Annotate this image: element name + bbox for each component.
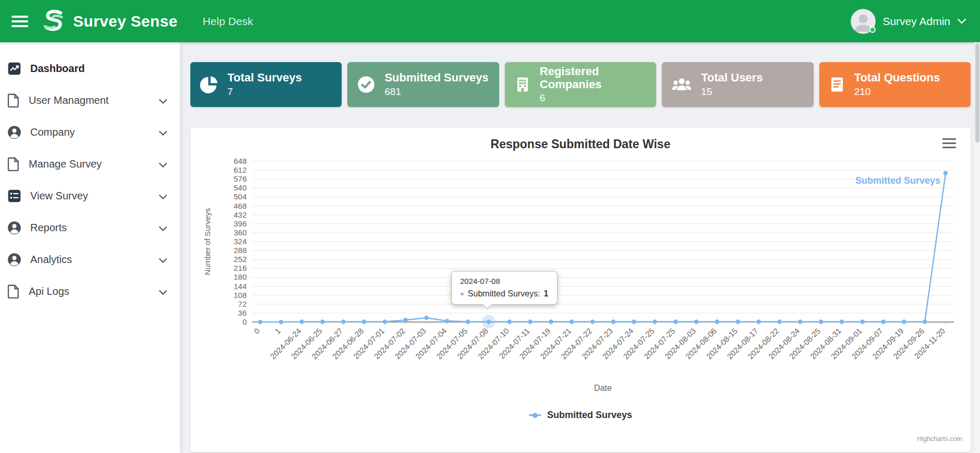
y-tick-label: 0 [243,317,247,326]
chart-context-menu-button[interactable] [940,136,958,150]
chevron-down-icon [159,290,167,295]
sidebar-item-user-managment[interactable]: User Managment [0,85,180,116]
y-tick-label: 288 [234,246,247,255]
data-point[interactable] [902,319,906,324]
data-point[interactable] [362,319,366,324]
data-point[interactable] [424,316,428,320]
vertical-scrollbar [974,42,980,453]
y-tick-label: 360 [234,228,247,237]
sidebar-item-dashboard[interactable]: Dashboard [0,53,180,85]
topbar: Survey Sense Help Desk Survey Admin [0,0,980,42]
survey-icon [7,189,21,203]
y-tick-label: 180 [234,272,247,281]
data-point[interactable] [404,318,408,322]
stat-card-total-surveys[interactable]: Total Surveys7 [190,62,342,107]
chevron-down-icon [159,194,167,200]
data-point[interactable] [528,319,532,324]
stat-card-title: Total Questions [854,71,940,85]
data-point[interactable] [487,319,491,324]
nav-help-desk[interactable]: Help Desk [202,15,253,28]
data-point[interactable] [798,319,802,324]
list-icon [829,75,845,94]
data-point[interactable] [840,319,844,324]
sidebar-item-label: User Managment [29,94,150,106]
data-point[interactable] [383,319,387,324]
data-point[interactable] [445,319,449,323]
chart-title: Response Submitted Date Wise [491,137,671,151]
stat-card-value: 6 [540,92,647,104]
y-tick-label: 504 [234,192,247,201]
y-tick-label: 36 [238,308,247,317]
sidebar-item-analytics[interactable]: Analytics [0,244,180,276]
file-icon [7,284,20,299]
highcharts-credit[interactable]: Highcharts.com [917,435,962,443]
file-icon [7,157,20,171]
main-content: Total Surveys7Submitted Surveys681Regist… [180,42,980,453]
data-point[interactable] [590,319,595,324]
data-point[interactable] [299,319,304,324]
dashboard-icon [7,62,21,76]
users-icon [671,76,692,93]
data-point[interactable] [632,319,636,324]
stat-card-total-users[interactable]: Total Users15 [662,62,813,107]
data-point[interactable] [777,319,781,324]
series-label: Submitted Surveys [855,175,940,186]
data-point[interactable] [736,319,740,324]
data-point[interactable] [943,171,948,175]
sidebar-item-label: View Survey [30,190,150,202]
sidebar-item-api-logs[interactable]: Api Logs [0,276,180,307]
data-point[interactable] [279,320,283,324]
sidebar-item-label: Reports [30,222,150,234]
stat-card-title: Submitted Surveys [384,71,488,85]
data-point[interactable] [715,319,719,324]
y-tick-label: 72 [238,300,247,308]
chart-area: 0367210814418021625228832436039643246850… [197,153,964,402]
data-point[interactable] [881,319,885,324]
check-circle-icon [357,75,376,94]
stat-card-value: 15 [701,86,763,98]
stat-card-value: 210 [854,86,940,98]
data-point[interactable] [341,319,345,324]
stat-card-submitted-surveys[interactable]: Submitted Surveys681 [347,62,499,107]
data-point[interactable] [258,320,262,324]
data-point[interactable] [611,319,615,324]
file-icon [7,93,20,108]
hamburger-menu-button[interactable] [11,16,28,27]
pie-chart-icon [200,75,219,94]
data-point[interactable] [819,319,823,324]
data-point[interactable] [756,319,760,324]
stat-card-registered-companies[interactable]: Registered Companies6 [505,62,656,107]
line-chart: 0367210814418021625228832436039643246850… [197,153,961,402]
tooltip-series-bullet: ● [460,290,464,297]
sidebar-item-manage-survey[interactable]: Manage Survey [0,148,180,180]
stat-cards-row: Total Surveys7Submitted Surveys681Regist… [190,62,971,107]
series-line [260,173,946,322]
data-point[interactable] [694,319,698,324]
y-tick-label: 432 [234,210,247,219]
data-point[interactable] [320,319,324,324]
sidebar: DashboardUser ManagmentCompanyManage Sur… [0,42,180,453]
data-point[interactable] [466,319,470,324]
data-point[interactable] [507,319,512,324]
data-point[interactable] [570,319,574,324]
data-point[interactable] [923,319,927,324]
data-point[interactable] [673,319,677,324]
stat-card-total-questions[interactable]: Total Questions210 [819,62,971,107]
scrollbar-thumb[interactable] [975,43,979,142]
online-status-dot [869,27,876,33]
app-logo-icon [39,7,68,36]
person-icon [7,125,21,139]
sidebar-item-company[interactable]: Company [0,116,180,148]
user-menu[interactable]: Survey Admin [851,9,966,34]
chart-legend[interactable]: Submitted Surveys [197,410,964,421]
data-point[interactable] [652,319,657,324]
sidebar-item-view-survey[interactable]: View Survey [0,180,180,212]
chart-card: Response Submitted Date Wise 03672108144… [190,128,971,452]
data-point[interactable] [549,319,553,324]
y-tick-label: 468 [234,201,247,210]
sidebar-nav: DashboardUser ManagmentCompanyManage Sur… [0,53,180,307]
data-point[interactable] [861,319,865,324]
y-tick-label: 144 [234,282,247,291]
sidebar-item-reports[interactable]: Reports [0,212,180,244]
legend-line-marker-icon [529,414,541,416]
